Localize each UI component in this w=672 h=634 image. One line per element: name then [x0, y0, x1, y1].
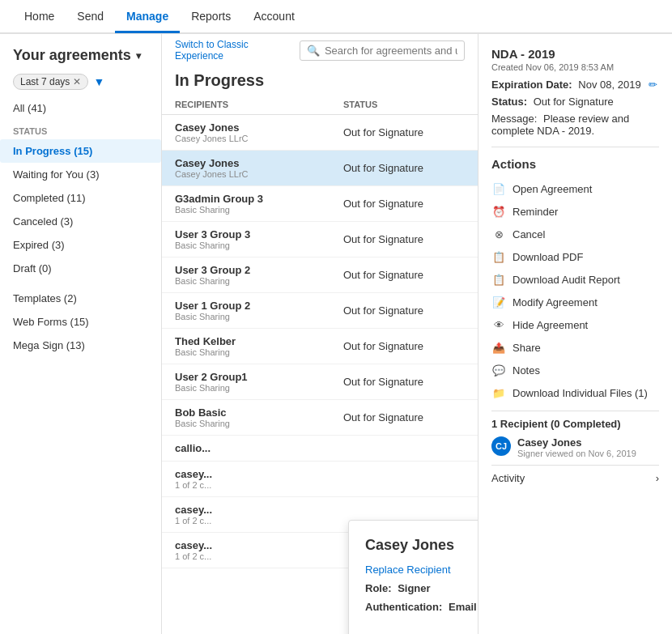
sidebar-item-templates[interactable]: Templates (2) [0, 287, 161, 310]
action-item-open-agreement[interactable]: 📄 Open Agreement [491, 177, 659, 200]
search-input[interactable] [325, 45, 457, 57]
action-item-download-audit-report[interactable]: 📋 Download Audit Report [491, 268, 659, 291]
completed-label: Completed (11) [13, 192, 86, 204]
filter-chip[interactable]: Last 7 days ✕ [13, 74, 88, 90]
table-header: RECIPIENTS STATUS [162, 95, 478, 115]
nav-reports[interactable]: Reports [180, 0, 242, 33]
action-item-modify-agreement[interactable]: 📝 Modify Agreement [491, 291, 659, 313]
nav-home[interactable]: Home [13, 0, 66, 33]
activity-chevron-icon: › [656, 472, 659, 484]
search-box[interactable]: 🔍 [300, 40, 465, 61]
row-sub: 1 of 2 c... [175, 516, 343, 525]
table-row[interactable]: G3admin Group 3 Basic Sharing Out for Si… [162, 186, 478, 222]
your-agreements-header[interactable]: Your agreements ▾ [0, 47, 161, 74]
filter-icon[interactable]: ▼ [93, 75, 104, 88]
row-sub: Basic Sharing [175, 240, 343, 250]
search-icon: 🔍 [307, 45, 320, 57]
action-item-share[interactable]: 📤 Share [491, 336, 659, 359]
status-label: Status: [491, 96, 527, 108]
sidebar-item-in-progress[interactable]: In Progress (15) [0, 139, 161, 163]
col-status-label: STATUS [343, 100, 465, 109]
row-info: callio... [175, 442, 343, 454]
row-sub: Basic Sharing [175, 276, 343, 286]
action-item-hide-agreement[interactable]: 👁 Hide Agreement [491, 313, 659, 336]
row-sub: Basic Sharing [175, 312, 343, 321]
action-label: Download PDF [513, 251, 583, 263]
right-panel: NDA - 2019 Created Nov 06, 2019 8:53 AM … [478, 34, 672, 634]
draft-label: Draft (0) [13, 262, 52, 274]
status-value: Out for Signature [534, 96, 614, 108]
divider-2 [491, 411, 659, 411]
table-row[interactable]: casey... 1 of 2 c... [162, 462, 478, 497]
sidebar-item-mega-sign[interactable]: Mega Sign (13) [0, 334, 161, 357]
popup-role-value: Signer [398, 582, 430, 594]
classic-experience-link[interactable]: Switch to Classic Experience [175, 39, 290, 62]
action-icon: 👁 [491, 317, 506, 332]
activity-label: Activity [491, 472, 525, 484]
actions-title: Actions [491, 157, 659, 171]
recipient-avatar: CJ [491, 436, 511, 456]
row-sub: Basic Sharing [175, 383, 343, 393]
table-row[interactable]: Thed Kelber Basic Sharing Out for Signat… [162, 329, 478, 364]
row-info: User 3 Group 2 Basic Sharing [175, 264, 343, 286]
action-label: Cancel [513, 228, 545, 240]
sidebar-item-web-forms[interactable]: Web Forms (15) [0, 310, 161, 334]
panel-message: Message: Please review and complete NDA … [491, 113, 659, 137]
actions-list: 📄 Open Agreement ⏰ Reminder ⊗ Cancel 📋 D… [491, 177, 659, 404]
row-status: Out for Signature [343, 126, 465, 138]
filter-row: Last 7 days ✕ ▼ [0, 74, 161, 96]
replace-recipient-link[interactable]: Replace Recipient [365, 564, 451, 576]
action-icon: 📋 [491, 272, 506, 287]
sidebar-item-expired[interactable]: Expired (3) [0, 233, 161, 257]
action-label: Open Agreement [513, 183, 592, 195]
action-item-download-pdf[interactable]: 📋 Download PDF [491, 245, 659, 268]
table-row[interactable]: Casey Jones Casey Jones LLrC Out for Sig… [162, 151, 478, 186]
top-nav: Home Send Manage Reports Account [0, 0, 672, 34]
chevron-down-icon: ▾ [136, 50, 141, 62]
activity-section[interactable]: Activity › [491, 465, 659, 491]
row-info: Thed Kelber Basic Sharing [175, 335, 343, 357]
action-label: Notes [513, 364, 540, 377]
nav-send[interactable]: Send [66, 0, 115, 33]
row-name: Casey Jones [175, 157, 343, 169]
nav-manage[interactable]: Manage [115, 0, 180, 33]
table-row[interactable]: User 1 Group 2 Basic Sharing Out for Sig… [162, 293, 478, 329]
filter-chip-close[interactable]: ✕ [73, 76, 81, 87]
web-forms-label: Web Forms (15) [13, 316, 89, 328]
action-item-download-individual-files-(1)[interactable]: 📁 Download Individual Files (1) [491, 381, 659, 404]
row-status: Out for Signature [343, 198, 465, 210]
row-name: User 2 Group1 [175, 371, 343, 383]
nav-account[interactable]: Account [242, 0, 306, 33]
table-row[interactable]: User 2 Group1 Basic Sharing Out for Sign… [162, 364, 478, 400]
row-info: Bob Basic Basic Sharing [175, 406, 343, 428]
row-name: User 3 Group 3 [175, 228, 343, 240]
sidebar-item-draft[interactable]: Draft (0) [0, 257, 161, 280]
row-info: casey... 1 of 2 c... [175, 504, 343, 525]
table-row[interactable]: User 3 Group 2 Basic Sharing Out for Sig… [162, 257, 478, 293]
row-sub: Casey Jones LLrC [175, 134, 343, 143]
recipient-header: 1 Recipient (0 Completed) [491, 418, 659, 430]
row-sub: Basic Sharing [175, 347, 343, 357]
canceled-label: Canceled (3) [13, 215, 73, 228]
table-row[interactable]: callio... [162, 436, 478, 462]
action-label: Modify Agreement [513, 296, 598, 308]
table-row[interactable]: Casey Jones Casey Jones LLrC Out for Sig… [162, 115, 478, 151]
row-name: casey... [175, 468, 343, 480]
sidebar: Your agreements ▾ Last 7 days ✕ ▼ All (4… [0, 34, 162, 634]
popup-role-field: Role: Signer [365, 582, 478, 594]
action-item-notes[interactable]: 💬 Notes [491, 359, 659, 381]
sidebar-item-all[interactable]: All (41) [0, 96, 161, 120]
page-title: In Progress [175, 71, 465, 90]
waiting-label: Waiting for You (3) [13, 168, 99, 181]
expiration-edit-icon[interactable]: ✏ [649, 79, 657, 91]
sidebar-item-completed[interactable]: Completed (11) [0, 186, 161, 210]
row-sub: Casey Jones LLrC [175, 169, 343, 179]
sidebar-item-canceled[interactable]: Canceled (3) [0, 210, 161, 233]
table-row[interactable]: Bob Basic Basic Sharing Out for Signatur… [162, 400, 478, 436]
table-row[interactable]: User 3 Group 3 Basic Sharing Out for Sig… [162, 222, 478, 257]
row-sub: Basic Sharing [175, 205, 343, 215]
sidebar-item-waiting[interactable]: Waiting for You (3) [0, 163, 161, 186]
row-sub: Basic Sharing [175, 419, 343, 428]
action-item-reminder[interactable]: ⏰ Reminder [491, 200, 659, 223]
action-item-cancel[interactable]: ⊗ Cancel [491, 223, 659, 245]
